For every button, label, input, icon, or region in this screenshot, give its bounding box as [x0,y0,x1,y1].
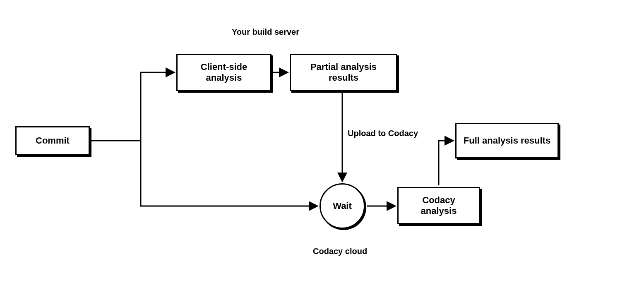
flow-diagram: Your build server Codacy cloud Commit Cl… [0,0,644,283]
node-client-side-analysis: Client-side analysis [176,54,272,91]
node-commit: Commit [15,126,90,155]
node-partial-results: Partial analysis results [290,54,397,91]
node-codacy-analysis-label: Codacy analysis [404,195,473,217]
node-full-results: Full analysis results [455,123,559,158]
node-full-results-label: Full analysis results [464,135,550,146]
node-codacy-analysis: Codacy analysis [397,187,480,224]
node-client-side-analysis-label: Client-side analysis [183,62,264,84]
node-commit-label: Commit [36,135,70,146]
node-wait-label: Wait [333,201,352,211]
edge-label-upload: Upload to Codacy [348,129,418,138]
group-label-bottom: Codacy cloud [313,247,367,256]
node-partial-results-label: Partial analysis results [297,62,390,84]
node-wait: Wait [320,183,365,229]
group-label-top: Your build server [232,27,299,37]
